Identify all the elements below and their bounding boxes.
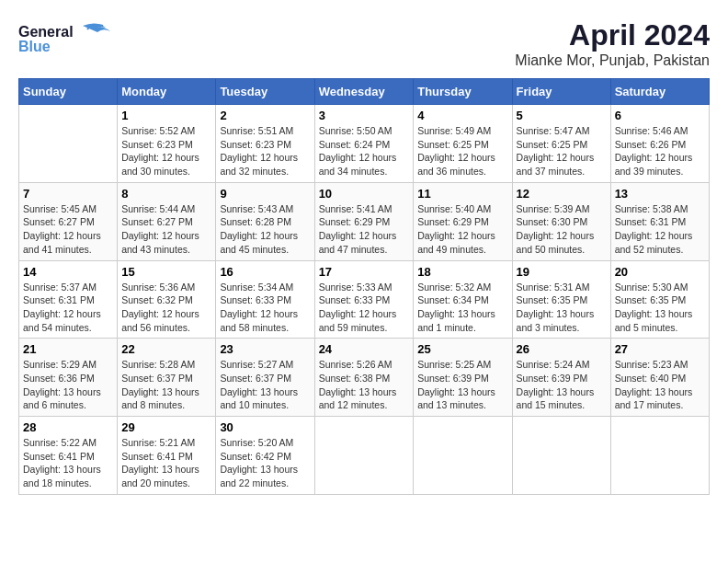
calendar-cell: 8Sunrise: 5:44 AMSunset: 6:27 PMDaylight… (118, 182, 216, 260)
calendar-cell: 21Sunrise: 5:29 AMSunset: 6:36 PMDayligh… (19, 339, 118, 417)
calendar-cell: 29Sunrise: 5:21 AMSunset: 6:41 PMDayligh… (118, 417, 216, 495)
calendar-cell: 6Sunrise: 5:46 AMSunset: 6:26 PMDaylight… (610, 105, 709, 183)
day-info: Sunrise: 5:39 AMSunset: 6:30 PMDaylight:… (517, 202, 607, 257)
day-info: Sunrise: 5:21 AMSunset: 6:41 PMDaylight:… (121, 436, 211, 490)
day-info: Sunrise: 5:50 AMSunset: 6:24 PMDaylight:… (319, 124, 410, 178)
day-number: 1 (121, 109, 211, 122)
day-info: Sunrise: 5:36 AMSunset: 6:32 PMDaylight:… (121, 281, 211, 335)
week-row-3: 14Sunrise: 5:37 AMSunset: 6:31 PMDayligh… (19, 260, 710, 339)
day-info: Sunrise: 5:31 AMSunset: 6:35 PMDaylight:… (517, 281, 607, 335)
day-info: Sunrise: 5:40 AMSunset: 6:29 PMDaylight:… (417, 202, 507, 257)
calendar-cell: 18Sunrise: 5:32 AMSunset: 6:34 PMDayligh… (414, 260, 512, 339)
calendar-col-saturday: Saturday (610, 79, 709, 105)
day-info: Sunrise: 5:47 AMSunset: 6:25 PMDaylight:… (517, 124, 607, 178)
calendar-cell (314, 417, 414, 495)
day-info: Sunrise: 5:44 AMSunset: 6:27 PMDaylight:… (121, 202, 211, 257)
calendar-cell (512, 417, 610, 495)
day-number: 20 (615, 265, 705, 279)
calendar-cell: 30Sunrise: 5:20 AMSunset: 6:42 PMDayligh… (216, 417, 314, 495)
calendar-cell: 1Sunrise: 5:52 AMSunset: 6:23 PMDaylight… (118, 105, 216, 183)
calendar-cell: 7Sunrise: 5:45 AMSunset: 6:27 PMDaylight… (19, 182, 118, 260)
day-number: 6 (615, 109, 705, 122)
day-number: 3 (319, 109, 410, 122)
calendar-cell: 10Sunrise: 5:41 AMSunset: 6:29 PMDayligh… (314, 182, 414, 260)
day-number: 18 (417, 265, 507, 279)
day-number: 30 (220, 420, 310, 434)
calendar-cell: 4Sunrise: 5:49 AMSunset: 6:25 PMDaylight… (414, 105, 512, 183)
calendar-cell: 11Sunrise: 5:40 AMSunset: 6:29 PMDayligh… (414, 182, 512, 260)
day-info: Sunrise: 5:25 AMSunset: 6:39 PMDaylight:… (417, 358, 507, 412)
calendar-col-tuesday: Tuesday (216, 79, 314, 105)
calendar-cell: 20Sunrise: 5:30 AMSunset: 6:35 PMDayligh… (610, 260, 709, 339)
day-info: Sunrise: 5:43 AMSunset: 6:28 PMDaylight:… (220, 202, 310, 257)
day-number: 5 (517, 109, 607, 122)
calendar-cell: 25Sunrise: 5:25 AMSunset: 6:39 PMDayligh… (414, 339, 512, 417)
calendar-cell: 13Sunrise: 5:38 AMSunset: 6:31 PMDayligh… (610, 182, 709, 260)
day-number: 14 (23, 265, 113, 279)
day-number: 24 (319, 342, 410, 356)
calendar-header-row: SundayMondayTuesdayWednesdayThursdayFrid… (19, 79, 710, 105)
day-info: Sunrise: 5:28 AMSunset: 6:37 PMDaylight:… (121, 358, 211, 412)
day-info: Sunrise: 5:22 AMSunset: 6:41 PMDaylight:… (23, 436, 113, 490)
calendar-table: SundayMondayTuesdayWednesdayThursdayFrid… (18, 78, 710, 495)
day-number: 4 (417, 109, 507, 122)
calendar-cell: 17Sunrise: 5:33 AMSunset: 6:33 PMDayligh… (314, 260, 414, 339)
calendar-cell: 24Sunrise: 5:26 AMSunset: 6:38 PMDayligh… (314, 339, 414, 417)
calendar-cell: 22Sunrise: 5:28 AMSunset: 6:37 PMDayligh… (118, 339, 216, 417)
week-row-4: 21Sunrise: 5:29 AMSunset: 6:36 PMDayligh… (19, 339, 710, 417)
calendar-col-friday: Friday (512, 79, 610, 105)
day-info: Sunrise: 5:30 AMSunset: 6:35 PMDaylight:… (615, 281, 705, 335)
week-row-5: 28Sunrise: 5:22 AMSunset: 6:41 PMDayligh… (19, 417, 710, 495)
day-info: Sunrise: 5:41 AMSunset: 6:29 PMDaylight:… (319, 202, 410, 257)
day-number: 23 (220, 342, 310, 356)
week-row-2: 7Sunrise: 5:45 AMSunset: 6:27 PMDaylight… (19, 182, 710, 260)
calendar-cell: 16Sunrise: 5:34 AMSunset: 6:33 PMDayligh… (216, 260, 314, 339)
day-info: Sunrise: 5:51 AMSunset: 6:23 PMDaylight:… (220, 124, 310, 178)
day-info: Sunrise: 5:23 AMSunset: 6:40 PMDaylight:… (615, 358, 705, 412)
day-info: Sunrise: 5:29 AMSunset: 6:36 PMDaylight:… (23, 358, 113, 412)
day-number: 25 (417, 342, 507, 356)
day-number: 10 (319, 187, 410, 201)
calendar-cell: 2Sunrise: 5:51 AMSunset: 6:23 PMDaylight… (216, 105, 314, 183)
day-number: 12 (517, 187, 607, 201)
subtitle: Mianke Mor, Punjab, Pakistan (515, 52, 710, 69)
day-info: Sunrise: 5:45 AMSunset: 6:27 PMDaylight:… (23, 202, 113, 257)
calendar-cell (414, 417, 512, 495)
day-number: 26 (517, 342, 607, 356)
day-info: Sunrise: 5:34 AMSunset: 6:33 PMDaylight:… (220, 281, 310, 335)
calendar-cell: 12Sunrise: 5:39 AMSunset: 6:30 PMDayligh… (512, 182, 610, 260)
title-area: April 2024 Mianke Mor, Punjab, Pakistan (515, 18, 710, 69)
calendar-cell (19, 105, 118, 183)
day-number: 13 (615, 187, 705, 201)
calendar-cell: 15Sunrise: 5:36 AMSunset: 6:32 PMDayligh… (118, 260, 216, 339)
calendar-cell: 3Sunrise: 5:50 AMSunset: 6:24 PMDaylight… (314, 105, 414, 183)
calendar-cell: 27Sunrise: 5:23 AMSunset: 6:40 PMDayligh… (610, 339, 709, 417)
day-info: Sunrise: 5:32 AMSunset: 6:34 PMDaylight:… (417, 281, 507, 335)
svg-text:General: General (18, 24, 74, 40)
day-number: 29 (121, 420, 211, 434)
calendar-col-sunday: Sunday (19, 79, 118, 105)
day-number: 21 (23, 342, 113, 356)
calendar-cell: 5Sunrise: 5:47 AMSunset: 6:25 PMDaylight… (512, 105, 610, 183)
day-number: 15 (121, 265, 211, 279)
day-info: Sunrise: 5:27 AMSunset: 6:37 PMDaylight:… (220, 358, 310, 412)
day-number: 2 (220, 109, 310, 122)
day-info: Sunrise: 5:38 AMSunset: 6:31 PMDaylight:… (615, 202, 705, 257)
calendar-col-thursday: Thursday (414, 79, 512, 105)
calendar-cell: 14Sunrise: 5:37 AMSunset: 6:31 PMDayligh… (19, 260, 118, 339)
logo: General Blue (18, 18, 129, 60)
calendar-cell: 28Sunrise: 5:22 AMSunset: 6:41 PMDayligh… (19, 417, 118, 495)
day-number: 27 (615, 342, 705, 356)
page-header: General Blue April 2024 Mianke Mor, Punj… (18, 18, 710, 69)
day-info: Sunrise: 5:49 AMSunset: 6:25 PMDaylight:… (417, 124, 507, 178)
day-number: 9 (220, 187, 310, 201)
week-row-1: 1Sunrise: 5:52 AMSunset: 6:23 PMDaylight… (19, 105, 710, 183)
day-number: 22 (121, 342, 211, 356)
day-info: Sunrise: 5:52 AMSunset: 6:23 PMDaylight:… (121, 124, 211, 178)
day-number: 7 (23, 187, 113, 201)
calendar-col-monday: Monday (118, 79, 216, 105)
day-number: 19 (517, 265, 607, 279)
day-info: Sunrise: 5:20 AMSunset: 6:42 PMDaylight:… (220, 436, 310, 490)
svg-text:Blue: Blue (18, 39, 51, 54)
main-title: April 2024 (515, 18, 710, 52)
